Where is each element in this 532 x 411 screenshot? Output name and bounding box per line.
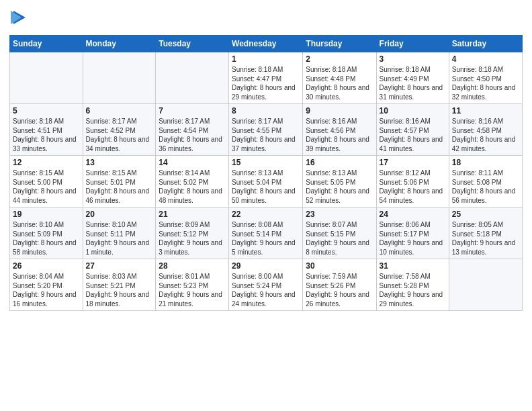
calendar-cell: 25Sunrise: 8:05 AM Sunset: 5:18 PM Dayli…: [449, 208, 522, 259]
calendar-cell: 30Sunrise: 7:59 AM Sunset: 5:26 PM Dayli…: [303, 259, 376, 311]
calendar-cell: 13Sunrise: 8:15 AM Sunset: 5:01 PM Dayli…: [83, 156, 156, 208]
day-number: 17: [380, 158, 446, 167]
day-info: Sunrise: 8:17 AM Sunset: 4:52 PM Dayligh…: [86, 117, 153, 153]
day-info: Sunrise: 8:07 AM Sunset: 5:15 PM Dayligh…: [306, 220, 373, 257]
day-info: Sunrise: 8:13 AM Sunset: 5:05 PM Dayligh…: [306, 169, 373, 205]
day-info: Sunrise: 8:08 AM Sunset: 5:14 PM Dayligh…: [232, 220, 300, 257]
calendar-header-thursday: Thursday: [303, 36, 376, 52]
calendar-cell: 3Sunrise: 8:18 AM Sunset: 4:49 PM Daylig…: [376, 52, 449, 104]
day-info: Sunrise: 8:18 AM Sunset: 4:49 PM Dayligh…: [380, 65, 446, 101]
calendar-header-tuesday: Tuesday: [156, 36, 229, 52]
calendar-cell: 27Sunrise: 8:03 AM Sunset: 5:21 PM Dayli…: [83, 259, 156, 311]
calendar-cell: 26Sunrise: 8:04 AM Sunset: 5:20 PM Dayli…: [10, 259, 83, 311]
day-number: 26: [13, 261, 80, 271]
day-number: 10: [380, 106, 446, 116]
day-info: Sunrise: 8:16 AM Sunset: 4:56 PM Dayligh…: [306, 117, 373, 153]
calendar-cell: 10Sunrise: 8:16 AM Sunset: 4:57 PM Dayli…: [376, 104, 449, 156]
day-info: Sunrise: 8:15 AM Sunset: 5:00 PM Dayligh…: [13, 169, 80, 205]
header: [9, 7, 523, 30]
day-info: Sunrise: 8:01 AM Sunset: 5:23 PM Dayligh…: [159, 272, 226, 308]
day-info: Sunrise: 8:09 AM Sunset: 5:12 PM Dayligh…: [159, 220, 226, 257]
calendar-cell: 6Sunrise: 8:17 AM Sunset: 4:52 PM Daylig…: [83, 104, 156, 156]
calendar-week-row: 5Sunrise: 8:18 AM Sunset: 4:51 PM Daylig…: [10, 104, 523, 156]
day-info: Sunrise: 8:04 AM Sunset: 5:20 PM Dayligh…: [13, 272, 80, 308]
calendar-cell: 1Sunrise: 8:18 AM Sunset: 4:47 PM Daylig…: [229, 52, 303, 104]
calendar-cell: 21Sunrise: 8:09 AM Sunset: 5:12 PM Dayli…: [156, 208, 229, 259]
day-info: Sunrise: 7:59 AM Sunset: 5:26 PM Dayligh…: [306, 272, 373, 308]
calendar-cell: 2Sunrise: 8:18 AM Sunset: 4:48 PM Daylig…: [303, 52, 376, 104]
day-info: Sunrise: 7:58 AM Sunset: 5:28 PM Dayligh…: [380, 272, 446, 308]
day-number: 15: [232, 158, 300, 167]
calendar-cell: 17Sunrise: 8:12 AM Sunset: 5:06 PM Dayli…: [376, 156, 449, 208]
calendar-cell: 16Sunrise: 8:13 AM Sunset: 5:05 PM Dayli…: [303, 156, 376, 208]
day-number: 18: [452, 158, 519, 167]
day-number: 16: [306, 158, 373, 167]
day-number: 13: [86, 158, 153, 167]
calendar-header-monday: Monday: [83, 36, 156, 52]
calendar-cell: 7Sunrise: 8:17 AM Sunset: 4:54 PM Daylig…: [156, 104, 229, 156]
calendar-cell: [449, 259, 522, 311]
calendar-week-row: 19Sunrise: 8:10 AM Sunset: 5:09 PM Dayli…: [10, 208, 523, 259]
day-number: 19: [13, 210, 80, 219]
day-number: 23: [306, 210, 373, 219]
day-number: 4: [452, 54, 519, 64]
calendar-cell: 24Sunrise: 8:06 AM Sunset: 5:17 PM Dayli…: [376, 208, 449, 259]
day-number: 24: [380, 210, 446, 219]
day-info: Sunrise: 8:12 AM Sunset: 5:06 PM Dayligh…: [380, 169, 446, 205]
calendar-header-sunday: Sunday: [10, 36, 83, 52]
day-number: 20: [86, 210, 153, 219]
day-info: Sunrise: 8:18 AM Sunset: 4:48 PM Dayligh…: [306, 65, 373, 101]
calendar-cell: 11Sunrise: 8:16 AM Sunset: 4:58 PM Dayli…: [449, 104, 522, 156]
day-number: 27: [86, 261, 153, 271]
calendar-cell: 15Sunrise: 8:13 AM Sunset: 5:04 PM Dayli…: [229, 156, 303, 208]
calendar-cell: 22Sunrise: 8:08 AM Sunset: 5:14 PM Dayli…: [229, 208, 303, 259]
day-number: 25: [452, 210, 519, 219]
calendar-cell: 23Sunrise: 8:07 AM Sunset: 5:15 PM Dayli…: [303, 208, 376, 259]
day-number: 1: [232, 54, 300, 64]
calendar-cell: [83, 52, 156, 104]
calendar-week-row: 26Sunrise: 8:04 AM Sunset: 5:20 PM Dayli…: [10, 259, 523, 311]
calendar-header-wednesday: Wednesday: [229, 36, 303, 52]
day-number: 30: [306, 261, 373, 271]
day-number: 5: [13, 106, 80, 116]
day-info: Sunrise: 8:17 AM Sunset: 4:54 PM Dayligh…: [159, 117, 226, 153]
day-info: Sunrise: 8:06 AM Sunset: 5:17 PM Dayligh…: [380, 220, 446, 257]
calendar-cell: 4Sunrise: 8:18 AM Sunset: 4:50 PM Daylig…: [449, 52, 522, 104]
logo-icon: [11, 8, 26, 30]
calendar-cell: 9Sunrise: 8:16 AM Sunset: 4:56 PM Daylig…: [303, 104, 376, 156]
page: SundayMondayTuesdayWednesdayThursdayFrid…: [0, 0, 532, 411]
calendar-table: SundayMondayTuesdayWednesdayThursdayFrid…: [9, 35, 523, 311]
calendar-cell: 19Sunrise: 8:10 AM Sunset: 5:09 PM Dayli…: [10, 208, 83, 259]
day-info: Sunrise: 8:10 AM Sunset: 5:09 PM Dayligh…: [13, 220, 80, 257]
day-number: 7: [159, 106, 226, 116]
calendar-cell: 20Sunrise: 8:10 AM Sunset: 5:11 PM Dayli…: [83, 208, 156, 259]
day-number: 14: [159, 158, 226, 167]
day-number: 29: [232, 261, 300, 271]
day-number: 11: [452, 106, 519, 116]
day-number: 12: [13, 158, 80, 167]
day-info: Sunrise: 8:18 AM Sunset: 4:51 PM Dayligh…: [13, 117, 80, 153]
calendar-header-saturday: Saturday: [449, 36, 522, 52]
calendar-cell: 14Sunrise: 8:14 AM Sunset: 5:02 PM Dayli…: [156, 156, 229, 208]
calendar-header-friday: Friday: [376, 36, 449, 52]
day-number: 21: [159, 210, 226, 219]
day-info: Sunrise: 8:14 AM Sunset: 5:02 PM Dayligh…: [159, 169, 226, 205]
day-info: Sunrise: 8:18 AM Sunset: 4:50 PM Dayligh…: [452, 65, 519, 101]
day-info: Sunrise: 8:00 AM Sunset: 5:24 PM Dayligh…: [232, 272, 300, 308]
day-info: Sunrise: 8:18 AM Sunset: 4:47 PM Dayligh…: [232, 65, 300, 101]
calendar-cell: 12Sunrise: 8:15 AM Sunset: 5:00 PM Dayli…: [10, 156, 83, 208]
logo: [9, 7, 26, 30]
day-info: Sunrise: 8:03 AM Sunset: 5:21 PM Dayligh…: [86, 272, 153, 308]
calendar-cell: [10, 52, 83, 104]
day-info: Sunrise: 8:17 AM Sunset: 4:55 PM Dayligh…: [232, 117, 300, 153]
day-info: Sunrise: 8:15 AM Sunset: 5:01 PM Dayligh…: [86, 169, 153, 205]
calendar-week-row: 12Sunrise: 8:15 AM Sunset: 5:00 PM Dayli…: [10, 156, 523, 208]
calendar-cell: 31Sunrise: 7:58 AM Sunset: 5:28 PM Dayli…: [376, 259, 449, 311]
calendar-cell: 28Sunrise: 8:01 AM Sunset: 5:23 PM Dayli…: [156, 259, 229, 311]
day-number: 3: [380, 54, 446, 64]
calendar-cell: 29Sunrise: 8:00 AM Sunset: 5:24 PM Dayli…: [229, 259, 303, 311]
day-number: 31: [380, 261, 446, 271]
day-info: Sunrise: 8:10 AM Sunset: 5:11 PM Dayligh…: [86, 220, 153, 257]
day-number: 8: [232, 106, 300, 116]
calendar-cell: [156, 52, 229, 104]
